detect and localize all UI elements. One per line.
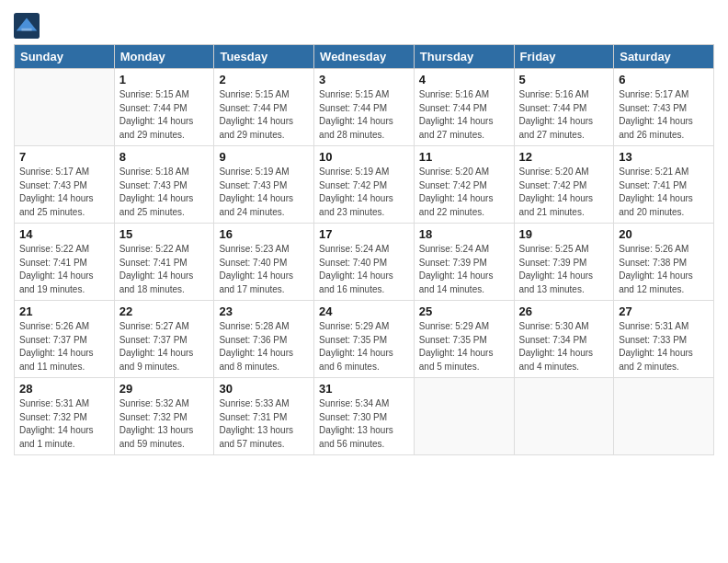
day-info: Sunrise: 5:17 AM Sunset: 7:43 PM Dayligh… [619, 88, 709, 142]
calendar-cell: 24Sunrise: 5:29 AM Sunset: 7:35 PM Dayli… [314, 301, 415, 378]
calendar-cell: 1Sunrise: 5:15 AM Sunset: 7:44 PM Daylig… [114, 69, 214, 146]
logo [14, 13, 41, 39]
day-number: 14 [19, 227, 109, 241]
day-number: 29 [119, 382, 210, 396]
calendar-cell: 7Sunrise: 5:17 AM Sunset: 7:43 PM Daylig… [15, 146, 115, 224]
day-info: Sunrise: 5:26 AM Sunset: 7:37 PM Dayligh… [19, 320, 109, 373]
day-info: Sunrise: 5:19 AM Sunset: 7:42 PM Dayligh… [319, 166, 409, 219]
calendar-cell: 9Sunrise: 5:19 AM Sunset: 7:43 PM Daylig… [214, 146, 314, 224]
day-number: 19 [519, 227, 609, 241]
calendar-cell: 31Sunrise: 5:34 AM Sunset: 7:30 PM Dayli… [314, 378, 415, 455]
day-info: Sunrise: 5:18 AM Sunset: 7:43 PM Dayligh… [119, 166, 210, 219]
day-number: 9 [219, 150, 309, 164]
weekday-header-tuesday: Tuesday [214, 45, 314, 69]
weekday-header-saturday: Saturday [614, 45, 714, 69]
calendar-cell: 13Sunrise: 5:21 AM Sunset: 7:41 PM Dayli… [614, 146, 714, 224]
day-info: Sunrise: 5:24 AM Sunset: 7:40 PM Dayligh… [319, 243, 409, 296]
day-info: Sunrise: 5:19 AM Sunset: 7:43 PM Dayligh… [219, 166, 309, 219]
calendar-week-row-2: 7Sunrise: 5:17 AM Sunset: 7:43 PM Daylig… [15, 146, 714, 224]
day-info: Sunrise: 5:26 AM Sunset: 7:38 PM Dayligh… [619, 243, 709, 296]
day-info: Sunrise: 5:16 AM Sunset: 7:44 PM Dayligh… [419, 88, 509, 142]
day-info: Sunrise: 5:33 AM Sunset: 7:31 PM Dayligh… [219, 397, 309, 451]
day-number: 1 [119, 73, 210, 86]
page-header [14, 9, 714, 39]
day-info: Sunrise: 5:28 AM Sunset: 7:36 PM Dayligh… [219, 320, 309, 373]
calendar-cell: 2Sunrise: 5:15 AM Sunset: 7:44 PM Daylig… [214, 69, 314, 146]
calendar-cell: 30Sunrise: 5:33 AM Sunset: 7:31 PM Dayli… [214, 378, 314, 455]
day-number: 2 [219, 73, 309, 86]
day-info: Sunrise: 5:23 AM Sunset: 7:40 PM Dayligh… [219, 243, 309, 296]
calendar-cell: 16Sunrise: 5:23 AM Sunset: 7:40 PM Dayli… [214, 224, 314, 301]
calendar-cell: 8Sunrise: 5:18 AM Sunset: 7:43 PM Daylig… [114, 146, 214, 224]
calendar-week-row-5: 28Sunrise: 5:31 AM Sunset: 7:32 PM Dayli… [15, 378, 714, 455]
day-info: Sunrise: 5:17 AM Sunset: 7:43 PM Dayligh… [19, 166, 109, 219]
day-info: Sunrise: 5:34 AM Sunset: 7:30 PM Dayligh… [319, 397, 409, 451]
day-number: 22 [119, 304, 210, 318]
calendar-cell: 17Sunrise: 5:24 AM Sunset: 7:40 PM Dayli… [314, 224, 415, 301]
weekday-header-row: SundayMondayTuesdayWednesdayThursdayFrid… [15, 45, 714, 69]
day-number: 4 [419, 73, 509, 86]
day-info: Sunrise: 5:15 AM Sunset: 7:44 PM Dayligh… [319, 88, 409, 142]
day-number: 10 [319, 150, 409, 164]
calendar-cell [414, 378, 514, 455]
day-number: 28 [19, 382, 109, 396]
calendar-cell: 25Sunrise: 5:29 AM Sunset: 7:35 PM Dayli… [414, 301, 514, 378]
day-info: Sunrise: 5:27 AM Sunset: 7:37 PM Dayligh… [119, 320, 210, 373]
day-number: 20 [619, 227, 709, 241]
calendar-cell: 18Sunrise: 5:24 AM Sunset: 7:39 PM Dayli… [414, 224, 514, 301]
calendar-cell: 4Sunrise: 5:16 AM Sunset: 7:44 PM Daylig… [414, 69, 514, 146]
day-info: Sunrise: 5:31 AM Sunset: 7:33 PM Dayligh… [619, 320, 709, 373]
day-info: Sunrise: 5:31 AM Sunset: 7:32 PM Dayligh… [19, 397, 109, 451]
calendar-cell: 22Sunrise: 5:27 AM Sunset: 7:37 PM Dayli… [114, 301, 214, 378]
calendar-week-row-1: 1Sunrise: 5:15 AM Sunset: 7:44 PM Daylig… [15, 69, 714, 146]
day-number: 27 [619, 304, 709, 318]
day-number: 24 [319, 304, 409, 318]
calendar-week-row-3: 14Sunrise: 5:22 AM Sunset: 7:41 PM Dayli… [15, 224, 714, 301]
day-number: 5 [519, 73, 609, 86]
logo-icon [14, 13, 40, 39]
day-info: Sunrise: 5:32 AM Sunset: 7:32 PM Dayligh… [119, 397, 210, 451]
day-number: 21 [19, 304, 109, 318]
day-info: Sunrise: 5:24 AM Sunset: 7:39 PM Dayligh… [419, 243, 509, 296]
day-number: 18 [419, 227, 509, 241]
day-number: 16 [219, 227, 309, 241]
weekday-header-friday: Friday [514, 45, 614, 69]
day-number: 26 [519, 304, 609, 318]
calendar-cell: 19Sunrise: 5:25 AM Sunset: 7:39 PM Dayli… [514, 224, 614, 301]
calendar-cell [15, 69, 115, 146]
calendar-cell: 3Sunrise: 5:15 AM Sunset: 7:44 PM Daylig… [314, 69, 415, 146]
calendar-cell: 23Sunrise: 5:28 AM Sunset: 7:36 PM Dayli… [214, 301, 314, 378]
calendar-cell: 12Sunrise: 5:20 AM Sunset: 7:42 PM Dayli… [514, 146, 614, 224]
calendar-cell: 26Sunrise: 5:30 AM Sunset: 7:34 PM Dayli… [514, 301, 614, 378]
day-info: Sunrise: 5:15 AM Sunset: 7:44 PM Dayligh… [119, 88, 210, 142]
calendar-cell: 6Sunrise: 5:17 AM Sunset: 7:43 PM Daylig… [614, 69, 714, 146]
day-info: Sunrise: 5:22 AM Sunset: 7:41 PM Dayligh… [119, 243, 210, 296]
day-number: 31 [319, 382, 409, 396]
day-number: 25 [419, 304, 509, 318]
calendar-cell: 10Sunrise: 5:19 AM Sunset: 7:42 PM Dayli… [314, 146, 415, 224]
calendar-cell: 11Sunrise: 5:20 AM Sunset: 7:42 PM Dayli… [414, 146, 514, 224]
day-number: 17 [319, 227, 409, 241]
day-info: Sunrise: 5:16 AM Sunset: 7:44 PM Dayligh… [519, 88, 609, 142]
calendar-week-row-4: 21Sunrise: 5:26 AM Sunset: 7:37 PM Dayli… [15, 301, 714, 378]
day-info: Sunrise: 5:15 AM Sunset: 7:44 PM Dayligh… [219, 88, 309, 142]
calendar-cell: 15Sunrise: 5:22 AM Sunset: 7:41 PM Dayli… [114, 224, 214, 301]
day-info: Sunrise: 5:29 AM Sunset: 7:35 PM Dayligh… [419, 320, 509, 373]
calendar-cell [514, 378, 614, 455]
day-number: 30 [219, 382, 309, 396]
day-info: Sunrise: 5:21 AM Sunset: 7:41 PM Dayligh… [619, 166, 709, 219]
svg-rect-2 [21, 29, 31, 31]
day-number: 13 [619, 150, 709, 164]
calendar-cell [614, 378, 714, 455]
day-number: 8 [119, 150, 210, 164]
calendar-cell: 5Sunrise: 5:16 AM Sunset: 7:44 PM Daylig… [514, 69, 614, 146]
day-number: 6 [619, 73, 709, 86]
day-info: Sunrise: 5:25 AM Sunset: 7:39 PM Dayligh… [519, 243, 609, 296]
day-number: 3 [319, 73, 409, 86]
calendar-cell: 27Sunrise: 5:31 AM Sunset: 7:33 PM Dayli… [614, 301, 714, 378]
day-number: 12 [519, 150, 609, 164]
day-number: 7 [19, 150, 109, 164]
weekday-header-thursday: Thursday [414, 45, 514, 69]
weekday-header-wednesday: Wednesday [314, 45, 415, 69]
day-info: Sunrise: 5:20 AM Sunset: 7:42 PM Dayligh… [419, 166, 509, 219]
